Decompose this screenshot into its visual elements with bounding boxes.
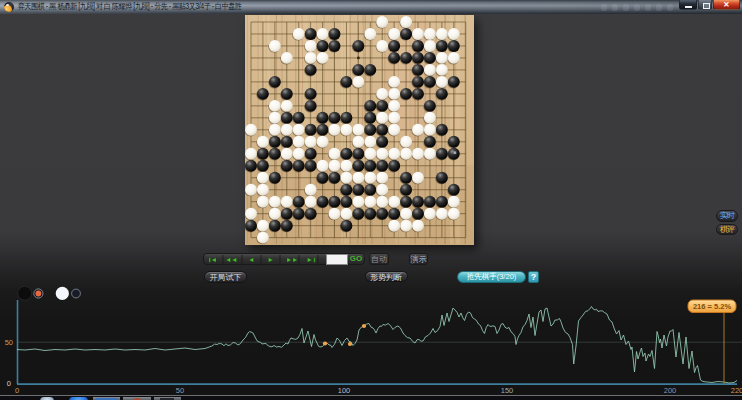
svg-text:50: 50	[5, 338, 13, 347]
svg-text:200: 200	[664, 386, 677, 395]
svg-text:100: 100	[338, 386, 351, 395]
svg-text:150: 150	[501, 386, 514, 395]
svg-text:216 = 5.2%: 216 = 5.2%	[693, 302, 731, 311]
svg-text:0: 0	[7, 379, 11, 388]
svg-text:0: 0	[15, 386, 19, 395]
svg-text:220: 220	[731, 386, 742, 395]
svg-text:50: 50	[176, 386, 184, 395]
